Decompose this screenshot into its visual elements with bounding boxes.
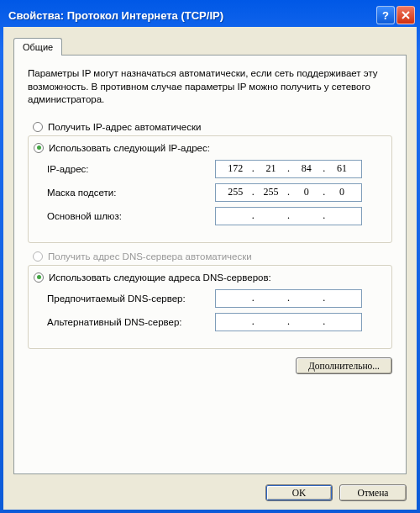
dialog-window: Свойства: Протокол Интернета (TCP/IP) ? … xyxy=(0,0,420,513)
ip-address-label: IP-адрес: xyxy=(39,164,215,174)
radio-dns-manual[interactable]: Использовать следующие адреса DNS-сервер… xyxy=(34,272,381,283)
dns-group: Использовать следующие адреса DNS-сервер… xyxy=(28,265,392,349)
subnet-mask-input[interactable]: 255. 255. 0. 0 xyxy=(215,183,362,202)
ip-address-row: IP-адрес: 172. 21. 84. 61 xyxy=(39,160,381,178)
title-buttons: ? xyxy=(376,6,415,24)
radio-dns-auto: Получить адрес DNS-сервера автоматически xyxy=(33,251,392,262)
dns-alt-label: Альтернативный DNS-сервер: xyxy=(39,317,215,327)
ok-button[interactable]: OK xyxy=(265,484,333,501)
dns-alt-row: Альтернативный DNS-сервер: . . . xyxy=(39,313,381,331)
help-icon[interactable]: ? xyxy=(376,6,395,24)
advanced-row: Дополнительно... xyxy=(28,357,392,374)
radio-icon xyxy=(34,143,44,153)
description-text: Параметры IP могут назначаться автоматич… xyxy=(28,67,392,107)
radio-icon xyxy=(34,272,44,283)
tabstrip: Общие xyxy=(13,37,407,55)
radio-icon xyxy=(33,251,43,262)
cancel-button[interactable]: Отмена xyxy=(339,484,407,501)
radio-ip-manual[interactable]: Использовать следующий IP-адрес: xyxy=(34,143,381,153)
window-title: Свойства: Протокол Интернета (TCP/IP) xyxy=(8,9,376,22)
tab-panel: Параметры IP могут назначаться автоматич… xyxy=(13,55,407,474)
dns-preferred-label: Предпочитаемый DNS-сервер: xyxy=(39,294,215,304)
radio-ip-auto-label: Получить IP-адрес автоматически xyxy=(48,122,201,132)
advanced-button[interactable]: Дополнительно... xyxy=(296,357,392,374)
ip-address-input[interactable]: 172. 21. 84. 61 xyxy=(215,160,362,178)
gateway-label: Основной шлюз: xyxy=(39,211,215,221)
radio-icon xyxy=(33,122,43,132)
titlebar[interactable]: Свойства: Протокол Интернета (TCP/IP) ? xyxy=(3,3,417,27)
close-icon[interactable] xyxy=(396,6,415,24)
ip-group: Использовать следующий IP-адрес: IP-адре… xyxy=(28,135,392,243)
radio-ip-manual-label: Использовать следующий IP-адрес: xyxy=(49,143,210,153)
subnet-mask-label: Маска подсети: xyxy=(39,188,215,198)
radio-dns-auto-label: Получить адрес DNS-сервера автоматически xyxy=(48,251,252,262)
dns-preferred-row: Предпочитаемый DNS-сервер: . . . xyxy=(39,289,381,308)
gateway-input[interactable]: . . . xyxy=(215,207,362,225)
tab-general[interactable]: Общие xyxy=(13,38,62,56)
gateway-row: Основной шлюз: . . . xyxy=(39,207,381,225)
dns-preferred-input[interactable]: . . . xyxy=(215,289,362,308)
radio-dns-manual-label: Использовать следующие адреса DNS-сервер… xyxy=(49,272,271,283)
subnet-mask-row: Маска подсети: 255. 255. 0. 0 xyxy=(39,183,381,202)
dns-alt-input[interactable]: . . . xyxy=(215,313,362,331)
client-area: Общие Параметры IP могут назначаться авт… xyxy=(3,27,417,510)
radio-ip-auto[interactable]: Получить IP-адрес автоматически xyxy=(33,122,392,132)
dialog-buttons: OK Отмена xyxy=(13,484,407,501)
